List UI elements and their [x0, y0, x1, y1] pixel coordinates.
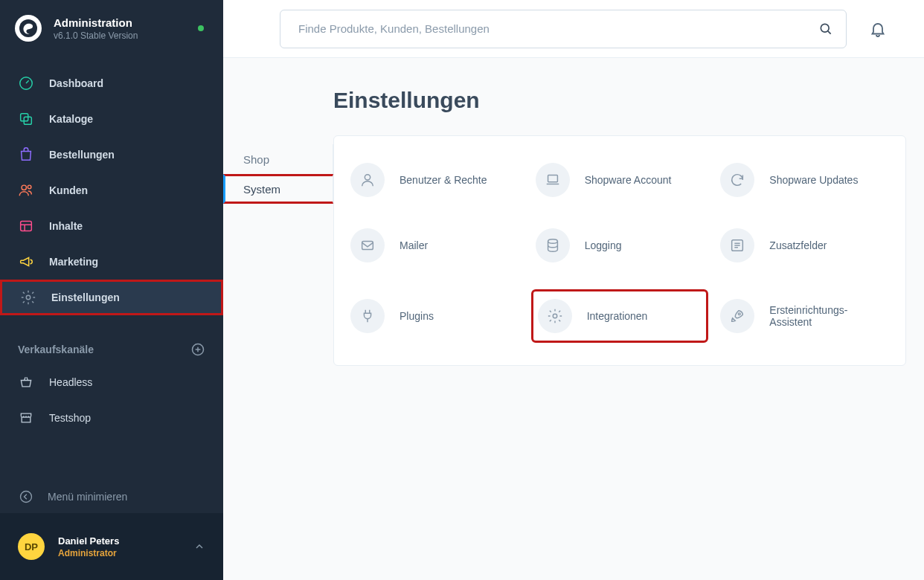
gear-icon [20, 289, 36, 306]
svg-point-14 [548, 239, 557, 244]
channel-label: Testshop [49, 412, 91, 424]
svg-point-17 [739, 313, 741, 315]
setting-shopware-account[interactable]: Shopware Account [531, 158, 709, 202]
app-title: Administration [54, 16, 138, 29]
page-title: Einstellungen [333, 88, 906, 113]
database-icon [536, 228, 570, 262]
sidebar-item-marketing[interactable]: Marketing [0, 244, 223, 280]
svg-rect-12 [548, 175, 557, 182]
tab-system[interactable]: System [223, 174, 333, 204]
setting-integrationen[interactable]: Integrationen [531, 289, 709, 343]
setting-zusatzfelder[interactable]: Zusatzfelder [716, 224, 893, 267]
svg-point-7 [26, 295, 31, 300]
chevron-up-icon [193, 541, 205, 552]
sidebar-item-label: Einstellungen [51, 291, 120, 303]
users-icon [18, 182, 34, 199]
sidebar-item-inhalte[interactable]: Inhalte [0, 208, 223, 244]
status-indicator [198, 25, 204, 31]
megaphone-icon [18, 254, 34, 270]
storefront-icon [18, 410, 34, 426]
svg-point-9 [21, 492, 32, 503]
setting-shopware-updates[interactable]: Shopware Updates [716, 158, 893, 202]
content: Shop System Einstellungen Benutzer & Rec… [223, 58, 924, 580]
sidebar-item-kataloge[interactable]: Kataloge [0, 101, 223, 137]
setting-plugins[interactable]: Plugins [346, 289, 524, 343]
search-icon[interactable] [818, 22, 833, 36]
channels-heading: Verkaufskanäle [0, 335, 223, 364]
svg-point-10 [821, 24, 829, 32]
sidebar-item-label: Kataloge [49, 113, 93, 125]
search-input[interactable] [280, 10, 847, 48]
svg-rect-6 [21, 222, 32, 231]
svg-point-4 [22, 185, 26, 190]
page-body: Einstellungen Benutzer & Rechte [333, 88, 906, 580]
basket-icon [18, 374, 34, 390]
gear-icon [538, 299, 572, 333]
settings-grid: Benutzer & Rechte Shopware Account [346, 158, 893, 343]
collapse-menu-button[interactable]: Menü minimieren [0, 480, 223, 513]
sidebar-item-label: Marketing [49, 256, 98, 268]
settings-card: Benutzer & Rechte Shopware Account [333, 135, 906, 366]
primary-nav: Dashboard Kataloge Bestellungen Kunden I… [0, 58, 223, 436]
sidebar-item-label: Dashboard [49, 77, 103, 89]
app-logo [15, 15, 42, 42]
add-channel-button[interactable] [190, 342, 205, 357]
sidebar-item-label: Kunden [49, 184, 88, 196]
rocket-icon [720, 299, 754, 333]
channel-testshop[interactable]: Testshop [0, 400, 223, 436]
search-wrap [280, 10, 847, 48]
channel-headless[interactable]: Headless [0, 364, 223, 400]
settings-tabs: Shop System [223, 88, 333, 580]
refresh-icon [720, 163, 754, 197]
list-icon [720, 228, 754, 262]
sidebar-item-bestellungen[interactable]: Bestellungen [0, 137, 223, 173]
user-role: Administrator [58, 548, 119, 558]
content-icon [18, 218, 34, 234]
setting-logging[interactable]: Logging [531, 224, 709, 267]
sidebar-item-kunden[interactable]: Kunden [0, 173, 223, 208]
user-panel[interactable]: DP Daniel Peters Administrator [0, 513, 223, 580]
svg-point-5 [28, 185, 31, 189]
shopping-bag-icon [18, 146, 34, 163]
sidebar-item-dashboard[interactable]: Dashboard [0, 65, 223, 101]
chevron-left-circle-icon [18, 489, 34, 505]
svg-point-11 [365, 175, 370, 180]
laptop-icon [536, 163, 570, 197]
sidebar-item-label: Inhalte [49, 220, 83, 232]
stack-icon [18, 111, 34, 127]
setting-mailer[interactable]: Mailer [346, 224, 524, 267]
sidebar-header: Administration v6.1.0 Stable Version [0, 0, 223, 58]
mail-icon [350, 228, 385, 262]
gauge-icon [18, 75, 34, 91]
notifications-button[interactable] [847, 20, 887, 38]
avatar: DP [18, 533, 45, 560]
user-name: Daniel Peters [58, 535, 119, 547]
sidebar-item-label: Bestellungen [49, 149, 115, 161]
svg-point-16 [553, 314, 557, 318]
user-icon [350, 163, 385, 197]
plug-icon [350, 299, 385, 333]
channel-label: Headless [49, 376, 92, 388]
tab-shop[interactable]: Shop [223, 144, 333, 174]
topbar [223, 0, 924, 58]
setting-ersteinrichtung[interactable]: Ersteinrichtungs-Assistent [716, 289, 893, 343]
sidebar-item-einstellungen[interactable]: Einstellungen [0, 280, 223, 315]
sidebar: Administration v6.1.0 Stable Version Das… [0, 0, 223, 580]
app-version: v6.1.0 Stable Version [54, 30, 138, 41]
svg-rect-13 [362, 242, 373, 250]
setting-benutzer-rechte[interactable]: Benutzer & Rechte [346, 158, 524, 202]
main: Shop System Einstellungen Benutzer & Rec… [223, 0, 924, 580]
